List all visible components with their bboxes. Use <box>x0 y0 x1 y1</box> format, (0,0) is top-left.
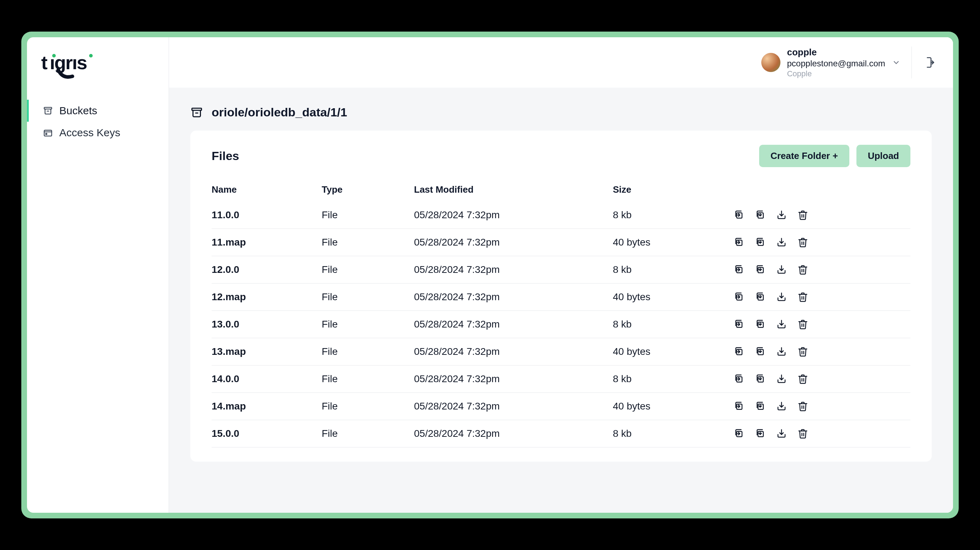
table-row[interactable]: 14.mapFile05/28/2024 7:32pm40 bytes <box>212 393 910 420</box>
file-modified: 05/28/2024 7:32pm <box>414 291 613 303</box>
files-table: Name Type Last Modified Size 11.0.0File0… <box>212 178 910 447</box>
trash-icon[interactable] <box>797 428 808 439</box>
copy-out-icon[interactable] <box>733 292 744 302</box>
archive-icon <box>190 106 203 119</box>
col-modified: Last Modified <box>414 184 613 195</box>
copy-in-icon[interactable] <box>755 374 765 384</box>
logout-icon[interactable] <box>923 56 935 69</box>
table-row[interactable]: 12.0.0File05/28/2024 7:32pm8 kb <box>212 256 910 284</box>
trash-icon[interactable] <box>797 210 808 220</box>
file-type: File <box>322 319 414 330</box>
download-icon[interactable] <box>776 346 787 357</box>
trash-icon[interactable] <box>797 346 808 357</box>
table-row[interactable]: 11.mapFile05/28/2024 7:32pm40 bytes <box>212 229 910 256</box>
file-type: File <box>322 291 414 303</box>
copy-in-icon[interactable] <box>755 264 765 275</box>
copy-in-icon[interactable] <box>755 210 765 220</box>
copy-out-icon[interactable] <box>733 210 744 220</box>
create-folder-button[interactable]: Create Folder + <box>759 145 850 167</box>
file-name: 13.map <box>212 346 322 357</box>
download-icon[interactable] <box>776 264 787 275</box>
trash-icon[interactable] <box>797 292 808 302</box>
download-icon[interactable] <box>776 319 787 330</box>
file-name: 14.map <box>212 401 322 412</box>
file-type: File <box>322 401 414 412</box>
copy-in-icon[interactable] <box>755 346 765 357</box>
avatar <box>761 53 780 72</box>
table-row[interactable]: 11.0.0File05/28/2024 7:32pm8 kb <box>212 201 910 229</box>
sidebar-item-buckets[interactable]: Buckets <box>27 100 169 122</box>
file-name: 15.0.0 <box>212 428 322 439</box>
nav-list: BucketsAccess Keys <box>27 100 169 144</box>
chevron-down-icon <box>892 58 901 67</box>
download-icon[interactable] <box>776 428 787 439</box>
file-modified: 05/28/2024 7:32pm <box>414 209 613 221</box>
copy-out-icon[interactable] <box>733 428 744 439</box>
trash-icon[interactable] <box>797 401 808 412</box>
download-icon[interactable] <box>776 374 787 384</box>
table-row[interactable]: 14.0.0File05/28/2024 7:32pm8 kb <box>212 366 910 393</box>
file-size: 8 kb <box>613 209 733 221</box>
file-name: 11.map <box>212 237 322 248</box>
copy-out-icon[interactable] <box>733 264 744 275</box>
col-type: Type <box>322 184 414 195</box>
file-size: 8 kb <box>613 319 733 330</box>
upload-button[interactable]: Upload <box>856 145 910 167</box>
trash-icon[interactable] <box>797 374 808 384</box>
breadcrumb: oriole/orioledb_data/1/1 <box>190 105 932 119</box>
col-size: Size <box>613 184 733 195</box>
file-size: 8 kb <box>613 264 733 275</box>
file-size: 8 kb <box>613 428 733 439</box>
file-modified: 05/28/2024 7:32pm <box>414 373 613 385</box>
table-row[interactable]: 12.mapFile05/28/2024 7:32pm40 bytes <box>212 284 910 311</box>
copy-out-icon[interactable] <box>733 346 744 357</box>
table-row[interactable]: 15.0.0File05/28/2024 7:32pm8 kb <box>212 420 910 447</box>
user-name: copple <box>787 46 885 58</box>
sidebar-item-label: Buckets <box>59 105 97 117</box>
copy-out-icon[interactable] <box>733 374 744 384</box>
copy-in-icon[interactable] <box>755 401 765 412</box>
file-name: 14.0.0 <box>212 373 322 385</box>
user-org: Copple <box>787 69 885 79</box>
trash-icon[interactable] <box>797 319 808 330</box>
download-icon[interactable] <box>776 210 787 220</box>
copy-in-icon[interactable] <box>755 292 765 302</box>
key-icon <box>43 128 53 138</box>
card-title: Files <box>212 149 239 163</box>
table-row[interactable]: 13.mapFile05/28/2024 7:32pm40 bytes <box>212 338 910 366</box>
user-menu[interactable]: copple pcopplestone@gmail.com Copple <box>761 46 901 78</box>
copy-in-icon[interactable] <box>755 237 765 248</box>
file-type: File <box>322 346 414 357</box>
file-size: 40 bytes <box>613 237 733 248</box>
table-row[interactable]: 13.0.0File05/28/2024 7:32pm8 kb <box>212 311 910 338</box>
copy-in-icon[interactable] <box>755 319 765 330</box>
svg-text:ıgrıs: ıgrıs <box>50 52 87 73</box>
file-type: File <box>322 264 414 275</box>
bucket-icon <box>43 106 53 116</box>
file-name: 13.0.0 <box>212 319 322 330</box>
svg-rect-6 <box>45 130 52 136</box>
file-modified: 05/28/2024 7:32pm <box>414 346 613 357</box>
file-modified: 05/28/2024 7:32pm <box>414 428 613 439</box>
copy-out-icon[interactable] <box>733 319 744 330</box>
file-type: File <box>322 209 414 221</box>
download-icon[interactable] <box>776 401 787 412</box>
download-icon[interactable] <box>776 237 787 248</box>
trash-icon[interactable] <box>797 237 808 248</box>
table-header: Name Type Last Modified Size <box>212 178 910 201</box>
trash-icon[interactable] <box>797 264 808 275</box>
sidebar: t ıgrıs BucketsAccess Keys <box>27 37 169 513</box>
copy-in-icon[interactable] <box>755 428 765 439</box>
file-size: 40 bytes <box>613 291 733 303</box>
file-name: 12.0.0 <box>212 264 322 275</box>
divider <box>912 46 912 78</box>
sidebar-item-label: Access Keys <box>59 127 120 139</box>
copy-out-icon[interactable] <box>733 401 744 412</box>
download-icon[interactable] <box>776 292 787 302</box>
sidebar-item-access-keys[interactable]: Access Keys <box>27 122 169 144</box>
file-size: 8 kb <box>613 373 733 385</box>
copy-out-icon[interactable] <box>733 237 744 248</box>
file-size: 40 bytes <box>613 346 733 357</box>
file-modified: 05/28/2024 7:32pm <box>414 264 613 275</box>
brand-logo: t ıgrıs <box>27 51 169 100</box>
